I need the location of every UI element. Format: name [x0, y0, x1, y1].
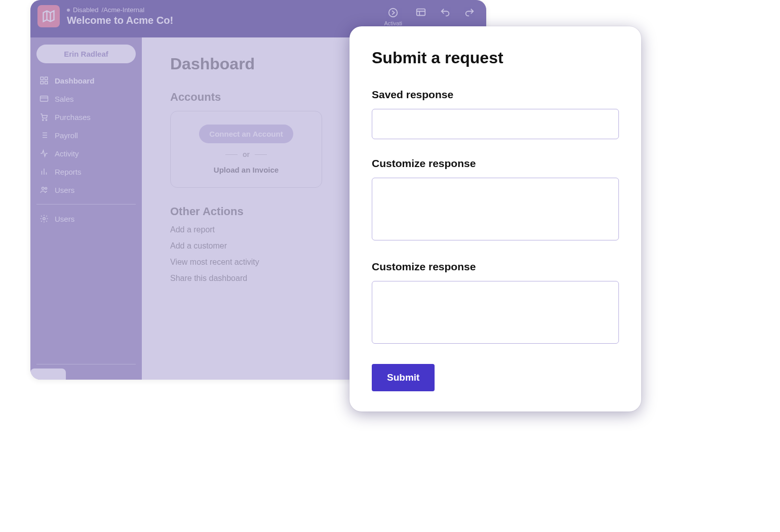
or-divider: or	[225, 150, 267, 158]
app-logo	[37, 5, 60, 27]
field-label: Customize response	[372, 157, 619, 170]
grid-icon	[40, 76, 49, 85]
sidebar-item-activity[interactable]: Activity	[36, 144, 136, 162]
svg-point-10	[45, 187, 47, 189]
svg-rect-3	[45, 77, 48, 79]
page-title: Welcome to Acme Co!	[67, 15, 377, 26]
divider-line-icon	[225, 154, 238, 155]
modal-title: Submit a request	[372, 49, 619, 67]
header-action-undo[interactable]	[440, 7, 451, 26]
sidebar-item-label: Sales	[55, 95, 74, 103]
status-label: Disabled	[73, 6, 99, 14]
svg-rect-4	[41, 81, 43, 84]
sidebar-item-label: Users	[55, 186, 74, 194]
redo-icon	[464, 7, 475, 18]
nav-list: Dashboard Sales Purchases Payroll Activi…	[36, 71, 136, 228]
sidebar-item-purchases[interactable]: Purchases	[36, 108, 136, 126]
field-label: Customize response	[372, 261, 619, 273]
submit-request-modal: Submit a request Saved response Customiz…	[349, 26, 641, 412]
sidebar-item-label: Users	[55, 215, 74, 223]
profile-pill[interactable]: Erin Radleaf	[36, 45, 136, 63]
breadcrumb-path: /Acme-Internal	[102, 6, 145, 14]
sidebar-item-label: Dashboard	[55, 76, 94, 85]
svg-point-0	[389, 9, 398, 17]
svg-point-9	[42, 187, 45, 190]
action-link-label: Add a report	[170, 225, 215, 234]
svg-rect-1	[417, 9, 425, 16]
svg-point-7	[43, 119, 44, 120]
sidebar-item-users[interactable]: Users	[36, 181, 136, 199]
sidebar-item-label: Reports	[55, 168, 82, 176]
action-link-label: Add a customer	[170, 241, 227, 250]
submit-button[interactable]: Submit	[372, 364, 435, 391]
breadcrumb: Disabled /Acme-Internal	[67, 6, 377, 14]
arrow-circle-icon	[387, 7, 399, 18]
svg-rect-6	[41, 96, 48, 102]
svg-rect-5	[45, 81, 48, 84]
nav-divider	[36, 204, 136, 204]
sidebar-spacer	[36, 228, 136, 364]
field-group-customize-1: Customize response	[372, 157, 619, 242]
layout-icon	[415, 7, 426, 18]
gear-icon	[40, 214, 49, 223]
cart-icon	[40, 112, 49, 121]
card-icon	[40, 94, 49, 103]
upload-invoice-link[interactable]: Upload an Invoice	[214, 166, 279, 174]
action-link-label: View most recent activity	[170, 258, 259, 266]
field-group-saved-response: Saved response	[372, 89, 619, 139]
bar-chart-icon	[40, 167, 49, 176]
header-action-layout[interactable]	[415, 7, 426, 26]
sidebar-item-sales[interactable]: Sales	[36, 90, 136, 108]
sidebar-item-label: Payroll	[55, 131, 78, 140]
submit-button-label: Submit	[387, 372, 419, 383]
connect-account-button[interactable]: Connect an Account	[199, 125, 293, 143]
list-icon	[40, 131, 49, 140]
header-action-activation[interactable]: Activati	[384, 7, 402, 26]
svg-rect-2	[41, 77, 43, 79]
action-link-label: Share this dashboard	[170, 274, 247, 282]
svg-point-11	[43, 218, 46, 220]
sidebar-bottom-chip	[30, 369, 66, 380]
app-header-text: Disabled /Acme-Internal Welcome to Acme …	[67, 5, 377, 26]
sidebar-item-settings-users[interactable]: Users	[36, 210, 136, 228]
sidebar-item-label: Purchases	[55, 113, 91, 121]
header-action-label: Activati	[384, 20, 402, 26]
sidebar: Erin Radleaf Dashboard Sales Purchases	[30, 37, 142, 380]
profile-name: Erin Radleaf	[64, 50, 108, 58]
sidebar-item-label: Activity	[55, 149, 79, 158]
upload-invoice-label: Upload an Invoice	[214, 166, 279, 174]
sidebar-item-payroll[interactable]: Payroll	[36, 126, 136, 144]
customize-response-textarea-1[interactable]	[372, 178, 619, 240]
connect-account-label: Connect an Account	[209, 130, 283, 138]
divider-line-icon	[255, 154, 267, 155]
undo-icon	[440, 7, 451, 18]
status-dot-icon	[67, 9, 70, 12]
svg-point-8	[46, 119, 47, 120]
or-label: or	[243, 150, 250, 158]
users-icon	[40, 185, 49, 194]
accounts-card: Connect an Account or Upload an Invoice	[170, 111, 322, 188]
field-group-customize-2: Customize response	[372, 261, 619, 346]
activity-icon	[40, 149, 49, 158]
field-label: Saved response	[372, 89, 619, 101]
saved-response-input[interactable]	[372, 109, 619, 139]
sidebar-item-reports[interactable]: Reports	[36, 162, 136, 181]
map-icon	[42, 9, 56, 23]
customize-response-textarea-2[interactable]	[372, 281, 619, 344]
sidebar-bottom-divider	[36, 364, 136, 364]
sidebar-item-dashboard[interactable]: Dashboard	[36, 71, 136, 90]
